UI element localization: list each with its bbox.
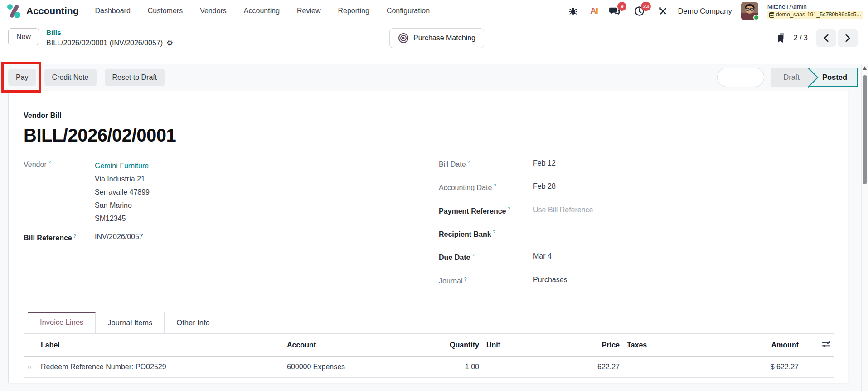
main-menu: Dashboard Customers Vendors Accounting R… — [95, 7, 430, 15]
messages-badge: 9 — [617, 2, 626, 11]
tab-journal-items[interactable]: Journal Items — [96, 312, 165, 333]
price-column-header[interactable]: Price — [548, 334, 623, 357]
accounting-date-value[interactable]: Feb 28 — [533, 182, 556, 192]
new-button[interactable]: New — [8, 28, 39, 45]
vendor-address-line: Via Industria 21 — [95, 172, 150, 186]
vendor-address-line: San Marino — [95, 199, 150, 212]
breadcrumb-current-record: BILL/2026/02/0001 (INV/2026/0057) — [46, 39, 163, 48]
database-chip: demo_saas-191_5c789b86c5c5... — [767, 11, 863, 19]
bill-reference-field-label: Bill Reference — [24, 234, 72, 242]
chevron-left-icon — [823, 34, 829, 42]
line-label-cell[interactable]: Redeem Reference Number: PO02529 — [37, 356, 283, 377]
column-options-icon[interactable] — [822, 341, 830, 348]
app-name[interactable]: Accounting — [26, 5, 79, 16]
company-switcher[interactable]: Demo Company — [678, 7, 732, 15]
gear-icon[interactable]: ⚙ — [166, 39, 173, 47]
messages-menu[interactable]: 9 — [609, 5, 621, 17]
vertical-scrollbar[interactable] — [861, 64, 868, 391]
help-icon: ? — [464, 276, 466, 282]
tab-invoice-lines[interactable]: Invoice Lines — [28, 312, 96, 333]
breadcrumb: Bills BILL/2026/02/0001 (INV/2026/0057) … — [46, 28, 173, 48]
logo-dot — [7, 4, 13, 10]
menu-vendors[interactable]: Vendors — [200, 7, 227, 15]
ai-assistant-icon[interactable]: AI — [588, 5, 600, 17]
reset-to-draft-button[interactable]: Reset to Draft — [105, 69, 165, 86]
taxes-column-header[interactable]: Taxes — [623, 334, 698, 357]
pay-button[interactable]: Pay — [8, 69, 36, 86]
state-widget: Draft Posted — [771, 68, 858, 87]
accounting-app-icon[interactable] — [6, 3, 22, 19]
help-icon: ? — [508, 206, 510, 212]
help-icon: ? — [48, 160, 51, 165]
drag-handle-icon[interactable]: ⁝⁝ — [27, 366, 32, 369]
notebook-tabs: Invoice Lines Journal Items Other Info — [24, 312, 834, 334]
debug-bug-icon[interactable] — [567, 5, 579, 17]
menu-configuration[interactable]: Configuration — [387, 7, 430, 15]
user-menu[interactable]: Mitchell Admin demo_saas-191_5c789b86c5c… — [767, 3, 863, 19]
pager-count: 2 / 3 — [794, 34, 808, 42]
tab-other-info[interactable]: Other Info — [165, 312, 222, 333]
activities-menu[interactable]: 23 — [633, 5, 645, 17]
pager-previous-button[interactable] — [816, 29, 836, 47]
user-name: Mitchell Admin — [767, 3, 863, 10]
database-name: demo_saas-191_5c789b86c5c5... — [776, 11, 861, 18]
menu-reporting[interactable]: Reporting — [338, 7, 369, 15]
credit-note-button[interactable]: Credit Note — [44, 69, 97, 86]
purchase-matching-button[interactable]: Purchase Matching — [389, 28, 484, 48]
database-icon — [769, 12, 774, 18]
bill-number-title: BILL/2026/02/0001 — [24, 125, 834, 146]
menu-accounting[interactable]: Accounting — [244, 7, 280, 15]
scrollbar-thumb[interactable] — [863, 75, 867, 184]
line-quantity-cell[interactable]: 1.00 — [428, 356, 483, 377]
line-taxes-cell[interactable] — [623, 356, 698, 377]
unit-column-header[interactable]: Unit — [483, 334, 548, 357]
empty-pill — [717, 68, 764, 87]
payment-reference-input[interactable]: Use Bill Reference — [533, 206, 593, 215]
bill-reference-value[interactable]: INV/2026/0057 — [95, 233, 143, 242]
line-account-cell[interactable]: 600000 Expenses — [283, 356, 428, 377]
tools-icon — [658, 6, 668, 16]
menu-customers[interactable]: Customers — [148, 7, 183, 15]
line-unit-cell[interactable] — [483, 356, 548, 377]
document-type-label: Vendor Bill — [24, 112, 834, 120]
quantity-column-header[interactable]: Quantity — [428, 334, 483, 357]
vendor-bill-sheet: Vendor Bill BILL/2026/02/0001 Vendor? Ge… — [8, 91, 848, 383]
account-column-header[interactable]: Account — [283, 334, 428, 357]
recipient-bank-field-label: Recipient Bank — [439, 230, 491, 238]
due-date-value[interactable]: Mar 4 — [533, 252, 552, 262]
help-icon: ? — [493, 183, 496, 188]
label-column-header[interactable]: Label — [37, 334, 283, 357]
ai-icon: AI — [590, 6, 598, 16]
accounting-date-field-label: Accounting Date — [439, 184, 492, 192]
pager-next-button[interactable] — [838, 29, 858, 47]
vendor-value-link[interactable]: Gemini Furniture — [95, 159, 150, 172]
help-icon: ? — [73, 233, 76, 239]
menu-review[interactable]: Review — [297, 7, 320, 15]
journal-value[interactable]: Purchases — [533, 276, 567, 285]
logo-dot — [14, 12, 20, 18]
handle-column-header — [24, 334, 37, 357]
journal-field-label: Journal — [439, 277, 462, 285]
line-amount-cell[interactable]: $ 622.27 — [698, 356, 802, 377]
vendor-address-line: SM12345 — [95, 212, 150, 225]
tools-menu[interactable] — [657, 5, 669, 17]
purchase-matching-label: Purchase Matching — [413, 34, 475, 42]
invoice-line-row[interactable]: ⁝⁝ Redeem Reference Number: PO02529 6000… — [24, 356, 834, 377]
user-avatar[interactable] — [741, 2, 758, 20]
menu-dashboard[interactable]: Dashboard — [95, 7, 131, 15]
help-icon: ? — [471, 253, 474, 258]
state-posted[interactable]: Posted — [809, 68, 858, 87]
scroll-up-arrow-icon[interactable] — [863, 66, 867, 70]
amount-column-header[interactable]: Amount — [698, 334, 802, 357]
bill-date-field-label: Bill Date — [439, 161, 466, 168]
help-icon: ? — [493, 230, 495, 235]
bill-date-value[interactable]: Feb 12 — [533, 159, 556, 169]
line-price-cell[interactable]: 622.27 — [548, 356, 623, 377]
due-date-field-label: Due Date — [439, 254, 470, 262]
bug-icon — [568, 6, 578, 16]
vendor-address-line: Serravalle 47899 — [95, 186, 150, 199]
breadcrumb-bills-link[interactable]: Bills — [46, 28, 61, 37]
bullseye-icon — [398, 33, 409, 44]
vendor-field-label: Vendor — [24, 161, 47, 168]
bookmark-icon[interactable] — [776, 33, 786, 44]
